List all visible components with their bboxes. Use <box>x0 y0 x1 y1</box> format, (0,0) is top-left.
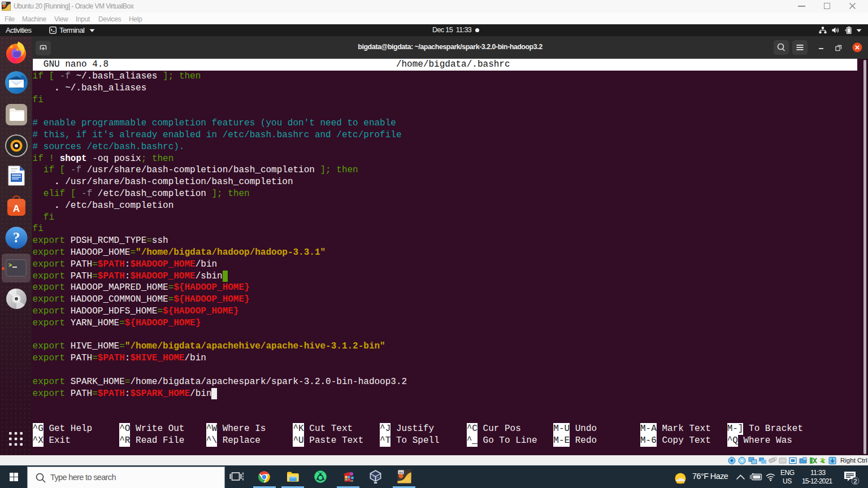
svg-text:2: 2 <box>853 478 857 485</box>
svg-text:>: > <box>8 263 12 269</box>
svg-text:A: A <box>13 203 20 214</box>
svg-text:?: ? <box>13 230 20 245</box>
svg-text:64: 64 <box>399 471 403 474</box>
